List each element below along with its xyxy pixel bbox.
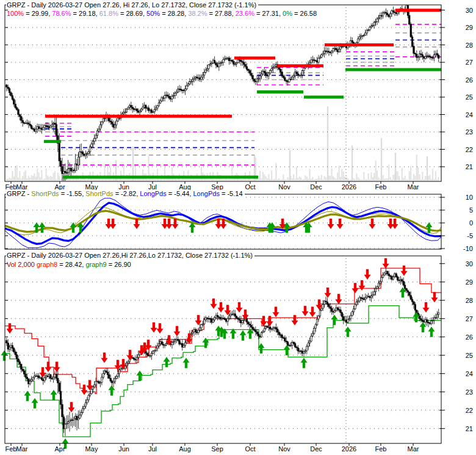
volume-bar bbox=[131, 180, 132, 181]
candlestick bbox=[208, 318, 209, 319]
volume-bar bbox=[297, 178, 298, 181]
volume-bar bbox=[283, 175, 284, 181]
volume-bar bbox=[151, 178, 152, 181]
candlestick bbox=[211, 63, 212, 64]
candlestick bbox=[153, 351, 154, 354]
candlestick bbox=[385, 12, 386, 13]
sell-arrow-icon bbox=[431, 292, 438, 302]
candlestick bbox=[275, 64, 276, 66]
volume-bar bbox=[229, 179, 230, 181]
candlestick bbox=[81, 152, 82, 153]
candlestick bbox=[118, 118, 120, 118]
candlestick bbox=[366, 31, 367, 33]
volume-bar bbox=[330, 176, 331, 181]
candlestick bbox=[205, 70, 206, 73]
candlestick bbox=[192, 79, 193, 81]
candlestick bbox=[246, 67, 247, 69]
volume-bar bbox=[317, 179, 318, 181]
y-axis-label: 25 bbox=[466, 93, 473, 101]
candlestick bbox=[301, 71, 303, 75]
y-axis-label: 0 bbox=[469, 219, 473, 227]
candlestick bbox=[334, 311, 335, 312]
candlestick bbox=[432, 57, 433, 58]
candlestick bbox=[78, 418, 79, 420]
candlestick bbox=[120, 368, 121, 369]
candlestick bbox=[195, 77, 196, 78]
title-segment: = 27.88, bbox=[207, 10, 236, 17]
volume-bar bbox=[211, 178, 212, 181]
candlestick bbox=[289, 345, 290, 346]
candlestick bbox=[391, 11, 392, 14]
candlestick bbox=[94, 385, 95, 387]
candlestick bbox=[382, 13, 383, 16]
candlestick bbox=[13, 348, 15, 352]
candlestick bbox=[158, 344, 159, 346]
candlestick bbox=[88, 151, 89, 153]
volume-bar bbox=[18, 178, 19, 181]
candlestick bbox=[78, 157, 79, 165]
volume-bar bbox=[40, 177, 41, 181]
volume-bar bbox=[274, 179, 275, 181]
volume-bar bbox=[273, 180, 274, 181]
volume-bar bbox=[21, 179, 22, 181]
candlestick bbox=[268, 73, 269, 76]
buy-arrow-icon bbox=[331, 315, 338, 325]
candlestick bbox=[212, 320, 214, 322]
volume-bar bbox=[377, 170, 378, 181]
volume-bar bbox=[284, 180, 286, 181]
candlestick bbox=[19, 362, 20, 364]
volume-bar bbox=[37, 169, 38, 181]
y-axis-label: 24 bbox=[466, 370, 473, 377]
candlestick bbox=[296, 72, 297, 74]
candlestick bbox=[12, 346, 13, 348]
candlestick bbox=[343, 316, 344, 320]
candlestick bbox=[26, 377, 27, 379]
candlestick bbox=[116, 376, 117, 378]
candlestick bbox=[7, 343, 9, 349]
candlestick bbox=[297, 74, 298, 76]
candlestick bbox=[259, 336, 261, 337]
candlestick bbox=[81, 412, 82, 415]
volume-bar bbox=[277, 180, 278, 181]
candlestick bbox=[314, 329, 315, 333]
candlestick bbox=[18, 359, 19, 362]
volume-bar bbox=[262, 172, 264, 181]
candlestick bbox=[157, 106, 158, 108]
candlestick bbox=[41, 377, 42, 379]
candlestick bbox=[319, 57, 320, 58]
y-axis-label: 23 bbox=[466, 388, 473, 396]
candlestick bbox=[360, 297, 361, 298]
candlestick bbox=[165, 95, 167, 96]
candlestick bbox=[344, 320, 345, 321]
candlestick bbox=[319, 310, 320, 316]
candlestick bbox=[153, 112, 154, 112]
sell-arrow-icon bbox=[273, 307, 279, 317]
candlestick bbox=[99, 125, 101, 129]
candlestick bbox=[25, 123, 26, 123]
candlestick bbox=[365, 33, 366, 35]
candlestick bbox=[236, 62, 237, 64]
candlestick bbox=[392, 277, 394, 280]
candlestick bbox=[395, 274, 397, 277]
candlestick bbox=[226, 59, 227, 59]
candlestick bbox=[151, 354, 152, 356]
candlestick bbox=[117, 118, 118, 121]
candlestick bbox=[306, 346, 308, 351]
candlestick bbox=[182, 344, 183, 348]
sell-arrow-icon bbox=[81, 385, 88, 395]
candlestick bbox=[82, 152, 83, 154]
sell-arrow-icon bbox=[369, 219, 376, 229]
candlestick bbox=[114, 125, 115, 127]
candlestick bbox=[47, 126, 48, 127]
candlestick bbox=[84, 407, 85, 409]
candlestick bbox=[48, 375, 49, 377]
chart-canvas[interactable]: 30292827262524232221FebMarAprMayJunJulAu… bbox=[0, 0, 476, 455]
candlestick bbox=[56, 374, 57, 379]
candlestick bbox=[150, 110, 151, 111]
candlestick bbox=[146, 108, 148, 109]
volume-bar bbox=[295, 179, 296, 181]
candlestick bbox=[352, 40, 353, 42]
volume-bar bbox=[432, 169, 433, 181]
volume-bar bbox=[380, 179, 381, 181]
candlestick bbox=[253, 329, 254, 330]
